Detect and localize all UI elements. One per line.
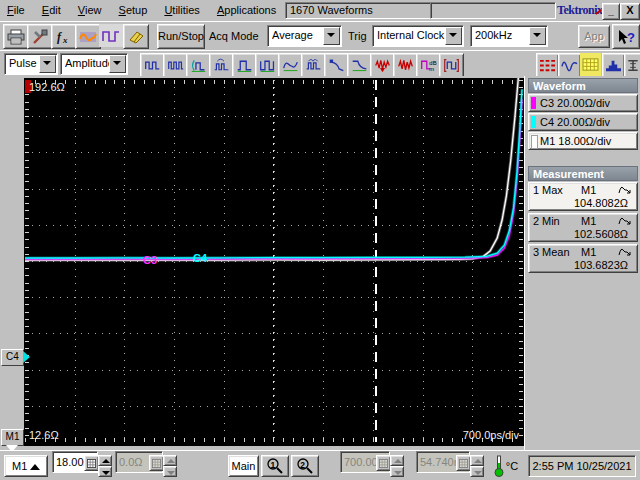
menu-edit[interactable]: Edit [35, 0, 68, 20]
chevron-down-icon[interactable] [323, 27, 340, 45]
measurement-toolbar: Pulse Amplitude dBm [0, 50, 640, 77]
app-button: App [578, 25, 610, 48]
pulse-measure-icon [618, 246, 631, 260]
datetime-readout: 2:55 PM 10/25/2021 [528, 455, 636, 477]
meas-falling-edge-icon[interactable] [347, 53, 372, 78]
eraser-icon[interactable] [123, 24, 149, 49]
waveform-button-c4[interactable]: C4 20.00Ω/div [528, 113, 638, 131]
menu-bar: File Edit View Setup Utilities Applicati… [0, 0, 640, 22]
meas-wave-overshoot-icon[interactable] [278, 53, 303, 78]
tools-icon[interactable] [27, 24, 53, 49]
spin-down-icon [163, 466, 177, 477]
fx-icon[interactable]: f x [51, 24, 77, 49]
vertical-min-label: 12.6Ω [29, 429, 59, 441]
display-area: 192.6Ω 12.6Ω 700.0ps/div C3 C4 C4 M1 Wav… [0, 76, 640, 450]
temperature-indicator: °C [490, 454, 522, 478]
meas-pulse-paren-icon[interactable] [186, 53, 211, 78]
trigger-source-select[interactable]: Internal Clock [372, 25, 464, 47]
sine-display-icon[interactable] [558, 53, 581, 78]
spin-down-icon [470, 466, 484, 477]
chevron-down-icon[interactable] [529, 27, 546, 45]
waveform-count-readout: 1670 Waveforms [285, 2, 432, 19]
vertical-scale-spinner[interactable] [98, 455, 112, 477]
spin-down-icon [390, 466, 404, 477]
measurement-button-mean[interactable]: 3 Mean M1 103.6823Ω [528, 244, 638, 273]
meas-falling-slope-icon[interactable] [324, 53, 349, 78]
context-help-icon[interactable]: ? [612, 24, 640, 49]
keypad-icon[interactable] [84, 455, 99, 471]
keypad-icon [376, 455, 391, 471]
vertical-offset-spinner [163, 455, 177, 477]
vertical-max-label: 192.6Ω [29, 81, 65, 93]
trigger-frequency-select[interactable]: 200kHz [470, 25, 548, 47]
cursor-bars-icon[interactable] [624, 53, 640, 78]
meas-square-wave-icon[interactable] [140, 53, 165, 78]
printer-icon[interactable] [3, 24, 29, 49]
pulse-measure-icon [618, 184, 631, 198]
menu-setup[interactable]: Setup [112, 0, 155, 20]
tektronix-logo: Tektronix [557, 2, 601, 18]
trace-label-c3[interactable]: C3 [143, 254, 157, 266]
meas-noise-icon[interactable] [393, 53, 418, 78]
svg-text:dB: dB [429, 60, 436, 66]
meas-square-wave-dense-icon[interactable] [163, 53, 188, 78]
trace-fuzz-c3 [25, 99, 522, 259]
menu-file[interactable]: File [0, 0, 32, 20]
main-toolbar: f x Run/Stop Acq Mode Average Trig Inter… [0, 21, 640, 51]
measurement-panel-header: Measurement [528, 166, 638, 181]
signal-class-select[interactable]: Pulse [4, 53, 58, 75]
measurement-button-min[interactable]: 2 Min M1 102.5608Ω [528, 213, 638, 242]
meas-dbm-pulse-icon[interactable]: dBm [416, 53, 441, 78]
magnifier-1-icon[interactable]: 1 [261, 455, 289, 477]
horizontal-position-spinner [470, 455, 484, 477]
measure-category-select[interactable]: Amplitude [60, 53, 128, 75]
waveform-button-c3[interactable]: C3 20.00Ω/div [528, 94, 638, 112]
waveform-icon[interactable] [75, 24, 101, 49]
meas-double-pulse-arc-2-icon[interactable] [301, 53, 326, 78]
svg-text:m: m [429, 66, 434, 72]
meas-double-pulse-arc-icon[interactable] [209, 53, 234, 78]
readout-panel: Waveform C3 20.00Ω/div C4 20.00Ω/div M1 … [524, 76, 640, 450]
timebase-main-button[interactable]: Main [228, 455, 259, 477]
measurement-button-max[interactable]: 1 Max M1 104.8082Ω [528, 182, 638, 211]
thermometer-icon [494, 455, 504, 477]
magnifier-2-icon[interactable]: 2 [291, 455, 319, 477]
waveform-selector[interactable]: M1 [4, 455, 48, 477]
spin-up-icon [390, 455, 404, 466]
chevron-down-icon[interactable] [109, 55, 126, 73]
histogram-icon[interactable] [602, 53, 625, 78]
menu-utilities[interactable]: Utilities [157, 0, 206, 20]
chevron-down-icon[interactable] [445, 27, 462, 45]
c4-color-swatch [531, 116, 536, 128]
waveform-button-m1[interactable]: M1 18.00Ω/div [528, 132, 638, 150]
meas-neg-pulse-icon[interactable] [255, 53, 280, 78]
menu-applications[interactable]: Applications [210, 0, 283, 20]
svg-text:2: 2 [300, 459, 305, 469]
pulse-edit-icon[interactable] [99, 24, 123, 47]
m1-position-marker[interactable]: M1 [1, 429, 24, 446]
meas-single-pulse-icon[interactable] [232, 53, 257, 78]
trace-fuzz-m1 [25, 78, 521, 260]
spin-up-icon[interactable] [98, 455, 112, 466]
c3-color-swatch [531, 97, 536, 109]
spin-up-icon [163, 455, 177, 466]
menu-view[interactable]: View [71, 0, 109, 20]
meas-noise-trigger-icon[interactable] [370, 53, 395, 78]
mask-lines-icon[interactable] [536, 53, 559, 78]
trig-label: Trig [348, 30, 367, 42]
trace-label-c4[interactable]: C4 [193, 252, 207, 264]
horizontal-scale-spinner [390, 455, 404, 477]
trace-c4 [25, 89, 522, 258]
waveform-traces [24, 78, 524, 446]
oscilloscope-app: { "window": { "menu": ["File", "Edit", "… [0, 0, 640, 480]
close-button[interactable]: X [620, 3, 640, 20]
minimize-button[interactable]: _ [602, 3, 620, 20]
spin-down-icon[interactable] [98, 466, 112, 477]
meas-bracket-pulse-icon[interactable] [439, 53, 464, 78]
waveform-database-icon[interactable] [580, 53, 601, 76]
chevron-down-icon[interactable] [39, 55, 56, 73]
acq-mode-select[interactable]: Average [267, 25, 342, 47]
m1-color-swatch [531, 135, 538, 149]
c4-position-marker[interactable]: C4 [1, 349, 24, 366]
run-stop-button[interactable]: Run/Stop [157, 24, 205, 49]
